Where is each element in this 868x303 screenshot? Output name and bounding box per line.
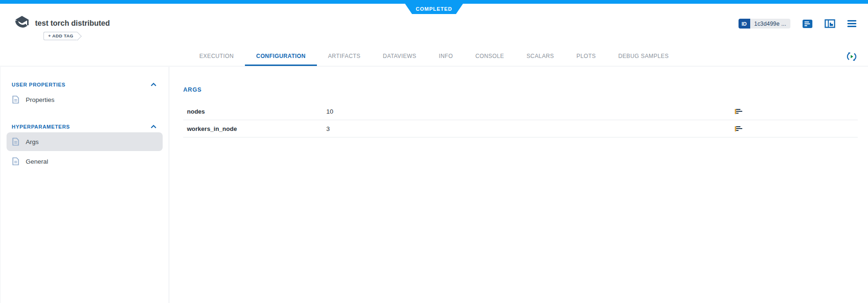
document-icon: [12, 137, 19, 146]
add-tag-button[interactable]: + ADD TAG: [43, 32, 77, 40]
args-heading: ARGS: [183, 87, 858, 93]
param-value: 3: [326, 125, 735, 132]
section-title: HYPERPARAMETERS: [12, 124, 70, 130]
layout-panel-button[interactable]: [825, 19, 835, 28]
tab-console[interactable]: CONSOLE: [464, 53, 515, 66]
task-logo-icon: [14, 14, 31, 31]
param-name: workers_in_node: [183, 125, 326, 132]
top-status-bar: [0, 0, 868, 4]
experiment-id-chip[interactable]: ID 1c3d499e ...: [739, 19, 790, 29]
sidebar-item-args[interactable]: Args: [7, 132, 163, 151]
tab-dataviews[interactable]: DATAVIEWS: [372, 53, 428, 66]
sidebar-item-properties[interactable]: Properties: [7, 90, 163, 109]
tab-debug-samples[interactable]: DEBUG SAMPLES: [607, 53, 680, 66]
param-info-icon[interactable]: [735, 108, 743, 115]
tab-configuration[interactable]: CONFIGURATION: [245, 53, 317, 66]
param-row: nodes 10: [183, 103, 858, 120]
chevron-up-icon: [151, 125, 157, 129]
sidebar-item-label: General: [26, 158, 48, 165]
layout-panel-icon: [825, 19, 835, 28]
param-name: nodes: [183, 108, 326, 115]
tab-execution[interactable]: EXECUTION: [188, 53, 245, 66]
notes-panel-button[interactable]: [803, 20, 812, 28]
param-info-icon[interactable]: [735, 126, 743, 132]
auto-refresh-icon: [846, 51, 857, 62]
document-icon: [12, 95, 19, 104]
sidebar-item-label: Args: [26, 138, 39, 145]
hamburger-menu-icon[interactable]: [847, 20, 856, 27]
chevron-up-icon: [151, 83, 157, 87]
document-icon: [12, 157, 19, 166]
id-label: ID: [739, 19, 750, 29]
args-panel: ARGS nodes 10 workers_in_node 3: [170, 67, 868, 303]
experiment-title: test torch distributed: [35, 19, 110, 28]
tab-artifacts[interactable]: ARTIFACTS: [317, 53, 372, 66]
status-badge: COMPLETED: [405, 4, 463, 14]
id-value: 1c3d499e ...: [750, 19, 790, 29]
auto-refresh-button[interactable]: [846, 51, 857, 62]
section-title: USER PROPERTIES: [12, 82, 65, 87]
section-hyperparameters[interactable]: HYPERPARAMETERS: [0, 122, 169, 131]
param-value: 10: [326, 108, 735, 115]
sidebar-item-general[interactable]: General: [7, 152, 163, 171]
tab-plots[interactable]: PLOTS: [565, 53, 607, 66]
section-user-properties[interactable]: USER PROPERTIES: [0, 80, 169, 89]
tab-bar: EXECUTION CONFIGURATION ARTIFACTS DATAVI…: [0, 53, 868, 66]
header-actions: ID 1c3d499e ...: [739, 19, 856, 29]
param-row: workers_in_node 3: [183, 120, 858, 137]
notes-icon: [803, 20, 812, 28]
tab-scalars[interactable]: SCALARS: [515, 53, 565, 66]
tab-info[interactable]: INFO: [428, 53, 464, 66]
configuration-sidebar: USER PROPERTIES Properties HYPERPARAMETE…: [0, 67, 169, 303]
sidebar-item-label: Properties: [26, 96, 55, 103]
